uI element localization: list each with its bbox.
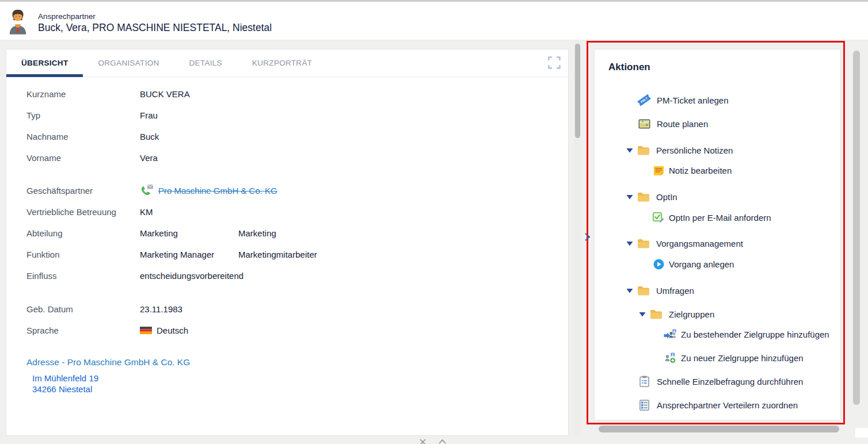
route-map-icon (637, 119, 651, 129)
collapse-triangle-icon[interactable] (639, 312, 646, 317)
action-item-vorgang-anlegen[interactable]: Vorgang anlegen (595, 255, 840, 273)
field-label: Nachname (26, 132, 140, 141)
action-item-notiz-bearbeiten[interactable]: Notiz bearbeiten (595, 162, 840, 179)
main-scrollbar-thumb[interactable] (575, 44, 580, 138)
business-partner-link[interactable]: Pro Maschine GmbH & Co. KG (158, 186, 277, 196)
play-icon (653, 259, 664, 270)
folder-icon (637, 192, 650, 202)
field-value: entscheidungsvorbereitend (140, 271, 243, 281)
field-value: Deutsch (157, 326, 188, 335)
field-row: VornameVera (26, 149, 568, 166)
action-folder-umfragen[interactable]: Umfragen (595, 282, 840, 299)
tab-organisation[interactable]: ORGANISATION (83, 49, 174, 76)
field-value-2: Marketingmitarbeiter (238, 250, 317, 259)
action-folder-optin[interactable]: OptIn (595, 188, 840, 205)
field-value: Frau (140, 110, 158, 120)
field-value: 23.11.1983 (140, 304, 182, 314)
field-row: Funktion Marketing ManagerMarketingmitar… (26, 246, 568, 263)
tab-uebersicht[interactable]: ÜBERSICHT (6, 49, 83, 76)
note-icon (653, 165, 664, 176)
collapse-triangle-icon[interactable] (626, 194, 634, 200)
field-value: Buck (140, 132, 159, 141)
survey-clipboard-icon (637, 376, 651, 387)
expand-bottom-panel-icon[interactable] (438, 438, 447, 444)
field-row: Geb. Datum23.11.1983 (26, 300, 568, 317)
action-item-schnelle-einzelbefragung[interactable]: Schnelle Einzelbefragung durchführen (595, 373, 840, 390)
overview-fields: KurznameBUCK VERA TypFrau NachnameBuck V… (6, 77, 568, 395)
folder-icon (650, 309, 663, 319)
tab-kurzportraet[interactable]: KURZPORTRÄT (237, 49, 327, 76)
field-value-2: Marketing (238, 228, 276, 238)
record-header: Ansprechpartner Buck, Vera, PRO MASCHINE… (0, 2, 868, 40)
panel-collapse-chevron-icon[interactable] (584, 232, 591, 244)
actions-scrollbar-thumb[interactable] (853, 51, 860, 405)
actions-tree: PM-T PM-Ticket anlegen Route planen (595, 91, 840, 414)
action-folder-zielgruppen[interactable]: Zielgruppen (595, 305, 840, 323)
tab-details[interactable]: DETAILS (174, 49, 237, 76)
field-label: Geschäftspartner (26, 186, 140, 196)
bottom-panel-controls (419, 438, 447, 444)
field-row: Abteilung MarketingMarketing (26, 224, 568, 242)
field-row: TypFrau (26, 106, 568, 124)
scrollbar-corner (855, 428, 868, 438)
folder-icon (637, 239, 650, 248)
action-item-route-planen[interactable]: Route planen (595, 115, 840, 132)
fullscreen-expand-icon[interactable] (548, 56, 561, 69)
optin-check-icon (653, 212, 664, 223)
field-label: Abteilung (26, 228, 140, 238)
field-label: Vertriebliche Betreuung (26, 207, 140, 217)
field-value: BUCK VERA (140, 89, 190, 99)
field-row: Geschäftspartner Pro Maschine GmbH & Co.… (26, 182, 568, 199)
field-label: Einfluss (26, 271, 140, 281)
distribution-list-icon (637, 400, 651, 411)
action-folder-vorgangsmanagement[interactable]: Vorgangsmanagement (595, 235, 840, 252)
field-row: Einflussentscheidungsvorbereitend (26, 267, 568, 284)
field-value: Marketing Manager (140, 250, 238, 259)
businessman-avatar-icon (7, 9, 29, 35)
phone-mail-icon[interactable] (140, 185, 154, 197)
action-item-zu-neuer-zielgruppe[interactable]: Zu neuer Zielgruppe hinzufügen (595, 349, 840, 366)
actions-panel-title: Aktionen (608, 62, 840, 73)
pm-ticket-icon: PM-T (637, 94, 651, 106)
tab-bar: ÜBERSICHT ORGANISATION DETAILS KURZPORTR… (6, 49, 568, 77)
add-to-existing-group-icon (664, 329, 676, 339)
horizontal-scrollbar-thumb[interactable] (599, 426, 839, 432)
field-value: Marketing (140, 228, 238, 238)
field-label: Typ (26, 110, 140, 120)
contact-overview-card: ÜBERSICHT ORGANISATION DETAILS KURZPORTR… (6, 49, 569, 436)
field-value: KM (140, 207, 153, 217)
action-item-zu-bestehender-zielgruppe[interactable]: Zu bestehender Zielgruppe hinzufügen (595, 326, 840, 343)
field-value: Vera (140, 153, 158, 163)
action-folder-persoenliche-notizen[interactable]: Persönliche Notizen (595, 141, 840, 159)
action-item-optin-anfordern[interactable]: OptIn per E-Mail anfordern (595, 209, 840, 226)
action-item-verteilern-zuordnen[interactable]: Ansprechpartner Verteilern zuordnen (595, 396, 840, 414)
address-street[interactable]: Im Mühlenfeld 19 (32, 373, 568, 384)
actions-panel: Aktionen PM-T PM-Ticket anlegen (594, 49, 841, 420)
field-label: Vorname (26, 153, 140, 163)
address-title-link[interactable]: Adresse - Pro Maschine GmbH & Co. KG (26, 357, 568, 368)
collapse-triangle-icon[interactable] (626, 148, 634, 153)
field-row: Sprache Deutsch (26, 321, 568, 339)
field-label: Funktion (26, 250, 140, 259)
address-city[interactable]: 34266 Niestetal (32, 384, 568, 395)
field-label: Kurzname (26, 89, 140, 99)
field-label: Geb. Datum (26, 304, 140, 314)
field-row: Vertriebliche BetreuungKM (26, 203, 568, 220)
folder-icon (637, 146, 650, 155)
folder-icon (637, 286, 650, 296)
page-title: Buck, Vera, PRO MASCHINE NIESTETAL, Nies… (38, 21, 272, 35)
add-to-new-group-icon (664, 353, 676, 363)
close-bottom-panel-icon[interactable] (419, 438, 427, 444)
address-block: Adresse - Pro Maschine GmbH & Co. KG Im … (26, 357, 568, 395)
field-row: NachnameBuck (26, 128, 568, 145)
field-label: Sprache (26, 326, 140, 335)
german-flag-icon (140, 327, 152, 334)
collapse-triangle-icon[interactable] (626, 241, 634, 246)
action-item-pm-ticket[interactable]: PM-T PM-Ticket anlegen (595, 91, 840, 109)
entity-type-label: Ansprechpartner (38, 12, 272, 21)
collapse-triangle-icon[interactable] (626, 288, 634, 293)
field-row: KurznameBUCK VERA (26, 85, 568, 102)
